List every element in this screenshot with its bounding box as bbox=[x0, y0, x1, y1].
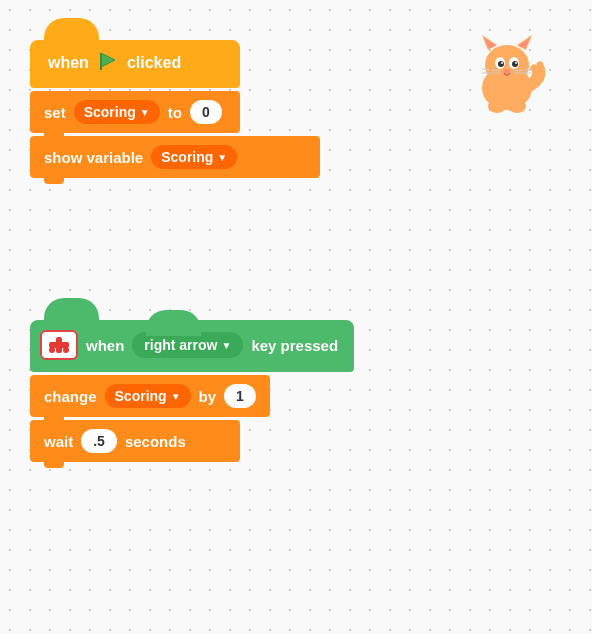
scoring-dropdown-show[interactable]: Scoring ▼ bbox=[151, 145, 237, 169]
scratch-cat-sprite bbox=[462, 30, 552, 120]
dropdown-arrow-set: ▼ bbox=[140, 107, 150, 118]
svg-point-16 bbox=[501, 62, 503, 64]
wait-label: wait bbox=[44, 433, 73, 450]
svg-point-24 bbox=[508, 99, 526, 113]
sprite-icon bbox=[40, 330, 78, 360]
svg-point-5 bbox=[63, 347, 69, 353]
set-label: set bbox=[44, 104, 66, 121]
scoring-dropdown-change[interactable]: Scoring ▼ bbox=[105, 384, 191, 408]
change-block: change Scoring ▼ by 1 bbox=[30, 375, 270, 417]
set-value[interactable]: 0 bbox=[190, 100, 222, 124]
show-label: show variable bbox=[44, 149, 143, 166]
svg-point-4 bbox=[49, 347, 55, 353]
dropdown-arrow-key: ▼ bbox=[221, 340, 231, 351]
svg-point-14 bbox=[498, 61, 504, 67]
change-value[interactable]: 1 bbox=[224, 384, 256, 408]
svg-point-7 bbox=[485, 45, 529, 85]
seconds-label: seconds bbox=[125, 433, 186, 450]
set-block: set Scoring ▼ to 0 bbox=[30, 91, 240, 133]
wait-block: wait .5 seconds bbox=[30, 420, 240, 462]
when-key-pressed-block[interactable]: when right arrow ▼ key pressed bbox=[30, 320, 354, 372]
dropdown-arrow-change: ▼ bbox=[171, 391, 181, 402]
svg-marker-0 bbox=[101, 53, 115, 67]
group-flag-clicked: when clicked set Scoring ▼ to 0 show var… bbox=[30, 20, 320, 178]
key-pressed-label: key pressed bbox=[251, 337, 338, 354]
svg-point-17 bbox=[515, 62, 517, 64]
show-variable-block: show variable Scoring ▼ bbox=[30, 136, 320, 178]
wait-value[interactable]: .5 bbox=[81, 429, 117, 453]
scoring-dropdown-set[interactable]: Scoring ▼ bbox=[74, 100, 160, 124]
group-key-pressed: when right arrow ▼ key pressed change Sc… bbox=[30, 300, 354, 462]
when-label: when bbox=[48, 54, 89, 72]
svg-point-23 bbox=[488, 99, 506, 113]
svg-point-15 bbox=[512, 61, 518, 67]
clicked-label: clicked bbox=[127, 54, 181, 72]
dropdown-arrow-show: ▼ bbox=[217, 152, 227, 163]
change-label: change bbox=[44, 388, 97, 405]
to-label: to bbox=[168, 104, 182, 121]
when-key-label: when bbox=[86, 337, 124, 354]
key-dropdown[interactable]: right arrow ▼ bbox=[132, 332, 243, 358]
flag-icon bbox=[97, 50, 119, 76]
by-label: by bbox=[199, 388, 217, 405]
svg-point-18 bbox=[504, 69, 510, 73]
when-flag-clicked-block[interactable]: when clicked bbox=[30, 40, 240, 88]
